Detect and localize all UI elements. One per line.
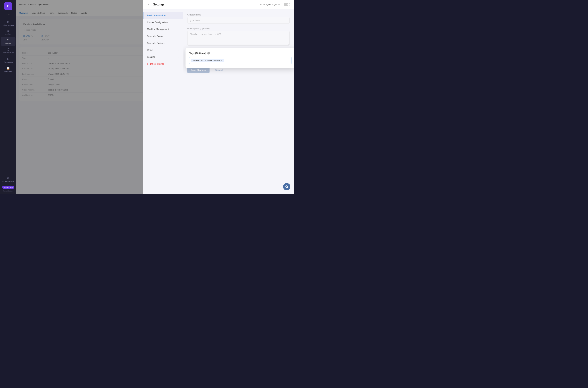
nav-item-label: Basic Information	[147, 14, 165, 17]
tags-popup-info-icon[interactable]: i	[207, 52, 210, 54]
sidebar-item-project-settings[interactable]: ⚙ Project Settings	[1, 175, 16, 184]
tags-input-container[interactable]: service:hello-universe-frontend ×	[189, 57, 292, 64]
nav-item-basic-information[interactable]: Basic Information ›	[143, 12, 183, 19]
workspaces-icon: ⊡	[7, 57, 9, 60]
nav-item-label: Location	[147, 56, 155, 58]
chevron-right-icon: ›	[179, 28, 179, 30]
settings-panel: × Settings Pause Agent Upgrades ℹ Basic …	[143, 0, 294, 194]
tags-popup-label-row: Tags (Optional) i	[189, 52, 292, 54]
audit-logs-icon: 📋	[6, 66, 10, 70]
chevron-right-icon: ›	[179, 42, 179, 44]
nav-item-machine-management[interactable]: Machine Management ›	[143, 26, 183, 33]
sidebar-item-profiles[interactable]: ≡ Profiles	[1, 28, 16, 37]
nav-item-label: Machine Management	[147, 28, 169, 31]
settings-title: Settings	[153, 3, 165, 6]
help-button[interactable]	[283, 183, 290, 190]
cluster-name-input[interactable]	[187, 17, 290, 24]
nav-item-label: Cluster Configuration	[147, 21, 168, 24]
delete-cluster-button[interactable]: 🗑 Delete Cluster	[143, 60, 183, 67]
nav-item-label: Schedule Backups	[147, 42, 165, 45]
search-icon	[285, 185, 288, 188]
chevron-right-icon: ›	[179, 15, 179, 17]
delete-label: Delete Cluster	[150, 63, 164, 65]
chevron-right-icon: ›	[179, 35, 179, 37]
clusters-icon: ⬡	[7, 38, 9, 42]
save-changes-button[interactable]: Save Changes	[187, 67, 209, 73]
tags-popup: Tags (Optional) i service:hello-universe…	[185, 48, 294, 68]
tags-cursor	[225, 59, 225, 62]
delete-icon: 🗑	[147, 63, 149, 65]
sidebar-item-label: Audit Logs	[4, 71, 12, 72]
sidebar-item-label: Profiles	[5, 33, 11, 35]
upgrade-now-button[interactable]: Upgrade Now	[2, 186, 14, 189]
settings-close-button[interactable]: ×	[147, 2, 151, 7]
pause-agent-upgrades-section: Pause Agent Upgrades ℹ	[260, 3, 290, 6]
cluster-groups-icon: ⬡	[7, 48, 9, 51]
cluster-name-label: Cluster name	[187, 13, 290, 16]
nav-item-schedule-scans[interactable]: Schedule Scans ›	[143, 33, 183, 40]
nav-item-schedule-backups[interactable]: Schedule Backups ›	[143, 40, 183, 47]
svg-line-1	[287, 187, 288, 188]
info-icon: ℹ	[282, 3, 282, 6]
cluster-name-field-group: Cluster name	[187, 13, 290, 24]
project-settings-icon: ⚙	[7, 176, 9, 180]
main-content: Default / Clusters / gcp-cluster Overvie…	[16, 0, 294, 194]
nav-item-location[interactable]: Location ›	[143, 53, 183, 60]
sidebar-item-workspaces[interactable]: ⊡ Workspaces	[1, 56, 16, 65]
pause-toggle[interactable]	[284, 3, 290, 6]
app-version: 4.4.0	[6, 14, 10, 16]
sidebar: P 4.4.0 ⊞ Project Overview ≡ Profiles ⬡ …	[0, 0, 16, 194]
nav-item-label: RBAC	[147, 49, 153, 51]
tags-section: Tags (Optional) i Tags (Optional) i serv…	[187, 50, 290, 52]
pause-label: Pause Agent Upgrades	[260, 3, 280, 6]
nav-item-cluster-configuration[interactable]: Cluster Configuration ›	[143, 19, 183, 26]
tag-remove-button[interactable]: ×	[221, 59, 222, 62]
actions-row: Save Changes Discard	[187, 67, 290, 73]
sidebar-item-cluster-groups[interactable]: ⬡ Cluster Groups	[1, 46, 16, 55]
settings-nav: Basic Information › Cluster Configuratio…	[143, 9, 183, 194]
chevron-right-icon: ›	[179, 22, 179, 24]
settings-form-content: Cluster name Description (Optional) Clus…	[183, 9, 294, 194]
sidebar-item-label: Project Overview	[2, 24, 14, 26]
discard-button[interactable]: Discard	[212, 67, 226, 73]
nav-item-rbac[interactable]: RBAC ›	[143, 47, 183, 53]
project-overview-icon: ⊞	[7, 20, 9, 24]
sidebar-item-label: Clusters	[5, 43, 11, 45]
sidebar-item-label: Project Settings	[2, 181, 14, 182]
sidebar-item-clusters[interactable]: ⬡ Clusters	[1, 37, 16, 46]
sidebar-item-label: Cluster Groups	[3, 52, 14, 54]
sidebar-item-label: Workspaces	[4, 61, 13, 63]
tenant-settings-link[interactable]: Tenant Settings	[3, 190, 13, 192]
settings-header: × Settings Pause Agent Upgrades ℹ	[143, 0, 294, 9]
description-textarea[interactable]: Cluster to deploy to GCP.	[187, 31, 290, 46]
sidebar-item-audit-logs[interactable]: 📋 Audit Logs	[1, 65, 16, 74]
chevron-right-icon: ›	[179, 56, 179, 58]
profiles-icon: ≡	[7, 29, 9, 33]
description-field-group: Description (Optional) Cluster to deploy…	[187, 27, 290, 46]
tag-value: service:hello-universe-frontend	[193, 59, 220, 62]
description-label: Description (Optional)	[187, 27, 290, 30]
sidebar-bottom: ⚙ Project Settings Upgrade Now Tenant Se…	[0, 175, 16, 192]
settings-body: Basic Information › Cluster Configuratio…	[143, 9, 294, 194]
sidebar-item-project-overview[interactable]: ⊞ Project Overview	[1, 19, 16, 27]
app-logo: P	[4, 2, 12, 10]
tags-popup-label: Tags (Optional)	[189, 52, 206, 54]
chevron-right-icon: ›	[179, 49, 179, 51]
nav-item-label: Schedule Scans	[147, 35, 163, 38]
form-fields-dimmed: Cluster name Description (Optional) Clus…	[187, 13, 290, 46]
tag-chip: service:hello-universe-frontend ×	[191, 59, 224, 62]
